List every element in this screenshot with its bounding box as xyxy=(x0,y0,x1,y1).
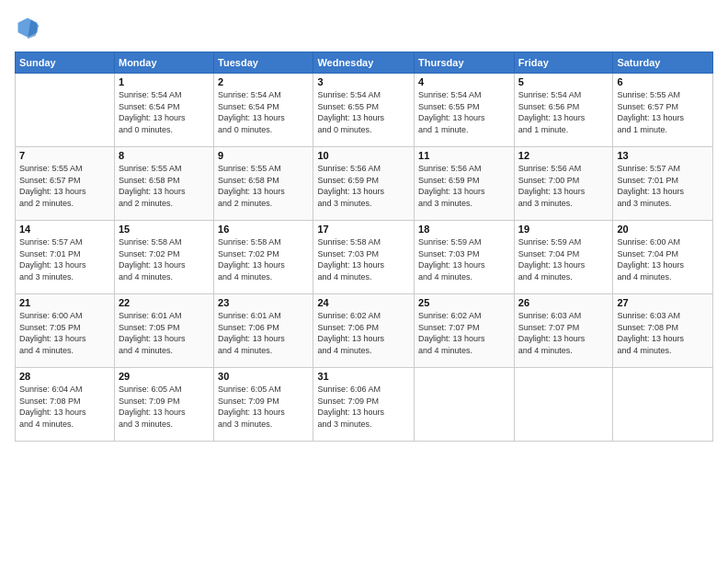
day-number: 2 xyxy=(218,76,309,87)
header-row: SundayMondayTuesdayWednesdayThursdayFrid… xyxy=(16,52,713,74)
day-number: 18 xyxy=(418,224,510,235)
day-cell: 21Sunrise: 6:00 AMSunset: 7:05 PMDayligh… xyxy=(16,294,115,368)
day-info: Sunrise: 5:58 AMSunset: 7:03 PMDaylight:… xyxy=(317,236,410,282)
day-number: 27 xyxy=(617,297,709,308)
day-cell: 27Sunrise: 6:03 AMSunset: 7:08 PMDayligh… xyxy=(613,294,713,368)
week-row-2: 7Sunrise: 5:55 AMSunset: 6:57 PMDaylight… xyxy=(16,147,713,221)
day-info: Sunrise: 6:05 AMSunset: 7:09 PMDaylight:… xyxy=(119,384,210,430)
day-number: 16 xyxy=(218,224,309,235)
day-number: 10 xyxy=(317,150,410,161)
day-info: Sunrise: 5:56 AMSunset: 6:59 PMDaylight:… xyxy=(418,163,510,209)
day-cell: 2Sunrise: 5:54 AMSunset: 6:54 PMDaylight… xyxy=(214,74,313,147)
day-number: 1 xyxy=(119,76,210,87)
day-cell: 22Sunrise: 6:01 AMSunset: 7:05 PMDayligh… xyxy=(114,294,213,368)
day-header-thursday: Thursday xyxy=(415,52,515,74)
day-info: Sunrise: 5:54 AMSunset: 6:55 PMDaylight:… xyxy=(317,89,410,135)
day-number: 19 xyxy=(518,224,609,235)
day-number: 26 xyxy=(518,297,609,308)
day-cell: 24Sunrise: 6:02 AMSunset: 7:06 PMDayligh… xyxy=(313,294,415,368)
day-cell: 12Sunrise: 5:56 AMSunset: 7:00 PMDayligh… xyxy=(514,147,613,221)
day-info: Sunrise: 6:00 AMSunset: 7:05 PMDaylight:… xyxy=(19,310,110,356)
day-cell: 5Sunrise: 5:54 AMSunset: 6:56 PMDaylight… xyxy=(514,74,613,147)
day-cell: 16Sunrise: 5:58 AMSunset: 7:02 PMDayligh… xyxy=(214,221,313,294)
day-cell: 31Sunrise: 6:06 AMSunset: 7:09 PMDayligh… xyxy=(313,368,415,442)
day-number: 15 xyxy=(119,224,210,235)
week-row-5: 28Sunrise: 6:04 AMSunset: 7:08 PMDayligh… xyxy=(16,368,713,442)
day-info: Sunrise: 5:55 AMSunset: 6:58 PMDaylight:… xyxy=(218,163,309,209)
day-info: Sunrise: 6:02 AMSunset: 7:06 PMDaylight:… xyxy=(317,310,410,356)
day-info: Sunrise: 5:55 AMSunset: 6:58 PMDaylight:… xyxy=(119,163,210,209)
day-info: Sunrise: 5:54 AMSunset: 6:54 PMDaylight:… xyxy=(119,89,210,135)
calendar-body: 1Sunrise: 5:54 AMSunset: 6:54 PMDaylight… xyxy=(16,74,713,442)
day-cell: 20Sunrise: 6:00 AMSunset: 7:04 PMDayligh… xyxy=(613,221,713,294)
day-cell: 7Sunrise: 5:55 AMSunset: 6:57 PMDaylight… xyxy=(16,147,115,221)
day-info: Sunrise: 6:01 AMSunset: 7:05 PMDaylight:… xyxy=(119,310,210,356)
day-header-friday: Friday xyxy=(514,52,613,74)
day-number: 28 xyxy=(19,371,110,382)
day-info: Sunrise: 5:59 AMSunset: 7:03 PMDaylight:… xyxy=(418,236,510,282)
day-header-monday: Monday xyxy=(114,52,213,74)
day-cell xyxy=(16,74,115,147)
day-number: 20 xyxy=(617,224,709,235)
page: SundayMondayTuesdayWednesdayThursdayFrid… xyxy=(0,0,728,563)
day-number: 3 xyxy=(317,76,410,87)
day-number: 13 xyxy=(617,150,709,161)
day-info: Sunrise: 6:02 AMSunset: 7:07 PMDaylight:… xyxy=(418,310,510,356)
day-cell xyxy=(613,368,713,442)
day-cell: 6Sunrise: 5:55 AMSunset: 6:57 PMDaylight… xyxy=(613,74,713,147)
day-number: 29 xyxy=(119,371,210,382)
day-info: Sunrise: 5:54 AMSunset: 6:54 PMDaylight:… xyxy=(218,89,309,135)
day-cell: 23Sunrise: 6:01 AMSunset: 7:06 PMDayligh… xyxy=(214,294,313,368)
day-cell xyxy=(415,368,515,442)
logo-icon xyxy=(15,15,40,40)
calendar: SundayMondayTuesdayWednesdayThursdayFrid… xyxy=(15,52,713,442)
day-number: 7 xyxy=(19,150,110,161)
day-cell: 4Sunrise: 5:54 AMSunset: 6:55 PMDaylight… xyxy=(415,74,515,147)
day-cell: 19Sunrise: 5:59 AMSunset: 7:04 PMDayligh… xyxy=(514,221,613,294)
day-cell: 8Sunrise: 5:55 AMSunset: 6:58 PMDaylight… xyxy=(114,147,213,221)
day-cell: 1Sunrise: 5:54 AMSunset: 6:54 PMDaylight… xyxy=(114,74,213,147)
day-number: 22 xyxy=(119,297,210,308)
day-cell: 25Sunrise: 6:02 AMSunset: 7:07 PMDayligh… xyxy=(415,294,515,368)
day-info: Sunrise: 6:05 AMSunset: 7:09 PMDaylight:… xyxy=(218,384,309,430)
day-info: Sunrise: 6:06 AMSunset: 7:09 PMDaylight:… xyxy=(317,384,410,430)
day-cell: 11Sunrise: 5:56 AMSunset: 6:59 PMDayligh… xyxy=(415,147,515,221)
day-info: Sunrise: 6:00 AMSunset: 7:04 PMDaylight:… xyxy=(617,236,709,282)
week-row-4: 21Sunrise: 6:00 AMSunset: 7:05 PMDayligh… xyxy=(16,294,713,368)
day-info: Sunrise: 5:58 AMSunset: 7:02 PMDaylight:… xyxy=(119,236,210,282)
day-cell: 29Sunrise: 6:05 AMSunset: 7:09 PMDayligh… xyxy=(114,368,213,442)
day-number: 12 xyxy=(518,150,609,161)
day-cell: 18Sunrise: 5:59 AMSunset: 7:03 PMDayligh… xyxy=(415,221,515,294)
day-number: 8 xyxy=(119,150,210,161)
day-cell: 26Sunrise: 6:03 AMSunset: 7:07 PMDayligh… xyxy=(514,294,613,368)
day-info: Sunrise: 5:54 AMSunset: 6:56 PMDaylight:… xyxy=(518,89,609,135)
logo xyxy=(15,15,44,40)
day-info: Sunrise: 5:55 AMSunset: 6:57 PMDaylight:… xyxy=(617,89,709,135)
day-number: 30 xyxy=(218,371,309,382)
calendar-header: SundayMondayTuesdayWednesdayThursdayFrid… xyxy=(16,52,713,74)
day-number: 5 xyxy=(518,76,609,87)
day-cell: 15Sunrise: 5:58 AMSunset: 7:02 PMDayligh… xyxy=(114,221,213,294)
day-number: 17 xyxy=(317,224,410,235)
day-number: 9 xyxy=(218,150,309,161)
day-cell: 3Sunrise: 5:54 AMSunset: 6:55 PMDaylight… xyxy=(313,74,415,147)
day-cell: 10Sunrise: 5:56 AMSunset: 6:59 PMDayligh… xyxy=(313,147,415,221)
day-number: 4 xyxy=(418,76,510,87)
day-cell: 17Sunrise: 5:58 AMSunset: 7:03 PMDayligh… xyxy=(313,221,415,294)
day-number: 31 xyxy=(317,371,410,382)
day-info: Sunrise: 5:56 AMSunset: 6:59 PMDaylight:… xyxy=(317,163,410,209)
header xyxy=(15,15,713,40)
day-header-sunday: Sunday xyxy=(16,52,115,74)
day-header-wednesday: Wednesday xyxy=(313,52,415,74)
day-info: Sunrise: 5:57 AMSunset: 7:01 PMDaylight:… xyxy=(617,163,709,209)
day-number: 25 xyxy=(418,297,510,308)
day-info: Sunrise: 6:01 AMSunset: 7:06 PMDaylight:… xyxy=(218,310,309,356)
day-info: Sunrise: 6:04 AMSunset: 7:08 PMDaylight:… xyxy=(19,384,110,430)
day-info: Sunrise: 5:58 AMSunset: 7:02 PMDaylight:… xyxy=(218,236,309,282)
day-info: Sunrise: 5:59 AMSunset: 7:04 PMDaylight:… xyxy=(518,236,609,282)
day-number: 23 xyxy=(218,297,309,308)
day-info: Sunrise: 5:54 AMSunset: 6:55 PMDaylight:… xyxy=(418,89,510,135)
day-cell: 30Sunrise: 6:05 AMSunset: 7:09 PMDayligh… xyxy=(214,368,313,442)
day-number: 11 xyxy=(418,150,510,161)
day-number: 14 xyxy=(19,224,110,235)
